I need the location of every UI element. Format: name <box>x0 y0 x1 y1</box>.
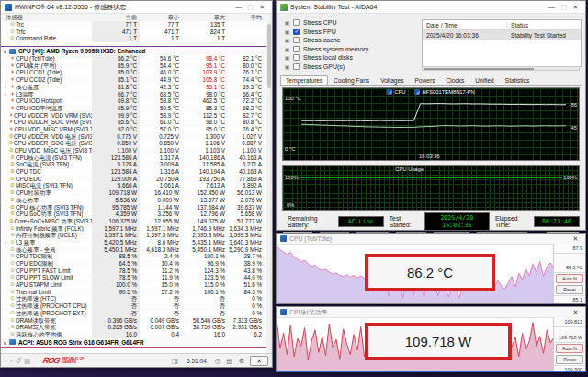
settings-gear-icon[interactable]: ⚙ <box>238 357 244 365</box>
sensor-row[interactable]: ⊙DRAM读取带宽0.396 GB/s0.049 GB/s58.546 GB/s… <box>1 317 266 325</box>
sensor-row[interactable]: ΦCPU EDC129.000 A20.750 A193.750 A77.869… <box>1 176 266 183</box>
sensor-section-header[interactable]: ∨CPU [#0]: AMD Ryzen 9 9955HX3D: Enhance… <box>1 46 266 55</box>
sensor-row[interactable]: ǂCPU VDDCR_SOC VRM (SVI3 TFN)85.6 °C61.0… <box>1 119 266 126</box>
sensor-row[interactable]: ǂCPU VDDCR_VDD VRM (SVI3 TFN)99.9 °C58.9… <box>1 112 266 120</box>
sensor-row[interactable]: ΦCPU核心电流 (SVI3 TFN)123.586 A1.317 A140.1… <box>1 154 266 162</box>
stress-option[interactable]: ▣Stress local disks <box>283 53 416 63</box>
sensor-row[interactable]: ⊙CPU PPT FAST Limit78.5 %11.2 %124.3 %43… <box>1 268 266 275</box>
log-horizontal-scrollbar[interactable] <box>422 66 580 71</box>
sensor-row[interactable]: ΦCPU VDDCR_VDD 电压 (SVI3 TFN)0.775 V0.725… <box>1 133 266 141</box>
close-icon[interactable]: ✕ <box>570 309 582 316</box>
tab-statistics[interactable]: Statistics <box>500 75 535 85</box>
close-icon[interactable]: ✕ <box>570 4 582 11</box>
sensor-row[interactable]: ›⊙L3 频率5,420.5 MHz8.6 MHz5,435.1 MHz3,64… <box>1 239 266 246</box>
scrollbar-thumb[interactable] <box>424 68 534 70</box>
sensor-row[interactable]: ΦCPU SoC功率 (SVI3 TFN)4.359 W3.256 W12.79… <box>1 211 266 218</box>
checkbox[interactable] <box>293 19 300 26</box>
sensor-row[interactable]: ΦMISC电流 (SVI3 TFN)5.666 A1.061 A7.613 A5… <box>1 182 266 189</box>
stress-option[interactable]: ▣Stress FPU <box>283 28 416 37</box>
sensor-row[interactable]: ǂCPU裸片 (平均)85.9 °C54.4 °C95.1 °C80.0 °C <box>1 63 266 70</box>
close-icon[interactable]: ✕ <box>570 235 582 243</box>
sensor-row[interactable]: ›Φ核心功率5.536 W0.009 W13.877 W2.076 W <box>1 197 266 204</box>
vertical-scrollbar[interactable] <box>266 21 272 353</box>
value-avg: 28.7 % <box>228 253 265 260</box>
scrollbar-thumb[interactable] <box>267 24 271 88</box>
tab-unified[interactable]: Unified <box>469 75 500 85</box>
sensor-row[interactable]: ǂCPU IOD平均温度65.9 °C50.5 °C85.3 °C68.2 °C <box>1 105 266 112</box>
tab-voltages[interactable]: Voltages <box>375 75 409 85</box>
legend-checkbox-cpu[interactable] <box>387 89 392 95</box>
line-value-cpu: 86 <box>571 102 577 108</box>
sensor-row[interactable]: ⊙核心频率 - 全局5,450.1 MHz4,618.3 MHz5,450.1 … <box>1 246 266 254</box>
sensor-row[interactable]: ⊙CPU PPT SLOW Limit78.5 %11.9 %123.5 %44… <box>1 274 266 281</box>
sensor-row[interactable]: ΦCPU 核心功率 (SVI3 TFN)95.785 W1.144 W137.6… <box>1 204 266 211</box>
stress-option[interactable]: ▣Stress system memory <box>283 45 416 54</box>
sensor-row[interactable]: ǂCPU VDD_MISC VRM (SVI3 TFN)92.0 °C57.0 … <box>1 126 266 133</box>
sensor-row[interactable]: ǂCPU CCD1 (Tdie)85.0 °C46.0 °C103.9 °C76… <box>1 69 266 76</box>
tab-temperatures[interactable]: Temperatures <box>280 75 328 85</box>
sensor-row[interactable]: ›ǂL3温度66.7 °C63.5 °C98.0 °C66.4 °C <box>1 91 266 98</box>
clock-icon: ⊙ <box>9 246 16 254</box>
sensor-row[interactable]: ⊙过热降速 (PROCHOT CPU)否否否0 % <box>1 303 266 310</box>
tab-clocks[interactable]: Clocks <box>440 75 469 85</box>
sensor-row[interactable]: ⊙Infinity Fabric 频率 (FCLK)1,597.1 MHz1,5… <box>1 225 266 233</box>
collapse-icon[interactable]: ∨ <box>3 339 9 346</box>
checkbox[interactable] <box>293 46 300 52</box>
refresh-icon[interactable]: ↺ <box>15 357 21 365</box>
minimize-icon[interactable]: — <box>232 4 244 10</box>
sensor-row[interactable]: ǂCPU CCD2 (Tdie)85.1 °C44.9 °C105.8 °C74… <box>1 76 266 84</box>
sensor-row[interactable]: ›ǂ核心温度81.8 °C42.3 °C95.1 °C69.5 °C <box>1 84 266 91</box>
sensor-row[interactable]: ⊙过热降速 (HTC)否否否0 % <box>1 295 266 303</box>
sensor-row[interactable]: ⊙过热降速 (PROCHOT EXT)否否否0 % <box>1 310 266 317</box>
sensor-row[interactable]: ǂCPU (Tctl/Tdie)86.2 °C54.6 °C98.4 °C82.… <box>1 55 266 63</box>
sensor-row[interactable]: ⊙Command Rate1 T1 T1 T <box>1 35 266 42</box>
sensor-row[interactable]: ⊙活跃核心的平均值16.00.416.06.2 <box>1 331 266 338</box>
sensor-row[interactable]: ΦSoC电流 (SVI3 TFN)5.128 A3.009 A11.585 A6… <box>1 161 266 168</box>
tab-powers[interactable]: Powers <box>409 75 440 85</box>
stress-option[interactable]: ▣Stress cache <box>283 36 416 45</box>
collapse-icon[interactable]: ∨ <box>3 48 9 54</box>
value-min: 20.750 A <box>140 176 182 183</box>
stress-option[interactable]: ▣Stress GPU(s) <box>283 63 416 72</box>
autofit-button[interactable]: Auto fit <box>556 344 583 353</box>
nav-back-icon[interactable]: ‹ <box>5 357 7 365</box>
sensor-row[interactable]: ΦCPU封装功率109.718 W16.410 W152.450 W56.013… <box>1 189 266 197</box>
layout-icon[interactable]: ◨ <box>172 357 179 365</box>
tab-cooling-fans[interactable]: Cooling Fans <box>328 75 375 85</box>
grid-icon[interactable]: ▦ <box>24 357 31 365</box>
minimize-icon[interactable]: — <box>546 4 558 10</box>
legend-checkbox-ssd[interactable] <box>414 89 420 95</box>
clock-icon[interactable]: ◷ <box>215 357 221 365</box>
close-icon[interactable]: ✕ <box>256 4 268 11</box>
maximize-icon[interactable]: ▢ <box>244 4 256 11</box>
sensor-row[interactable]: ⊙Trfc471 T471 T824 T <box>1 29 266 36</box>
reset-button[interactable]: Reset <box>556 285 583 294</box>
sensor-row[interactable]: ⊙CPU EDC限制64.5 %10.4 %96.9 %38.9 % <box>1 260 266 268</box>
maximize-icon[interactable]: ▢ <box>558 4 570 11</box>
stress-option[interactable]: ▣Stress CPU <box>283 18 416 28</box>
checkbox[interactable] <box>293 54 300 61</box>
checkbox[interactable] <box>293 63 300 70</box>
sensor-row[interactable]: ΦCPU TDC123.584 A1.316 A140.194 A40.163 … <box>1 168 266 176</box>
sensor-row[interactable]: ΦCPU VDD_MISC 电压 (SVI3 TFN)1.100 V1.100 … <box>1 147 266 154</box>
checkbox[interactable] <box>293 37 300 43</box>
sensor-row[interactable]: ⊙内存控制器频率 (UCLK)1,597.1 MHz1,397.5 MHz2,5… <box>1 232 266 239</box>
report-icon[interactable]: ▤ <box>226 357 232 365</box>
sensor-section-header[interactable]: ∨ACPI: ASUS ROG Strix G16 G614FR_G614FR <box>1 338 266 348</box>
autofit-button[interactable]: Auto fit <box>556 274 583 283</box>
sensor-row[interactable]: ⊙CPU TDC限制88.5 %2.4 %100.1 %28.7 % <box>1 253 266 260</box>
sensor-row[interactable]: ⊙DRAM写入带宽0.269 GB/s0.007 GB/s38.759 GB/s… <box>1 324 266 331</box>
footer-close-button[interactable]: ✕ <box>250 356 268 366</box>
log-row[interactable]: 2025/4/20 16:03:36 Stability Test Starte… <box>423 30 581 40</box>
sensor-row[interactable]: ⊙Trc77 T77 T135 T <box>1 21 266 29</box>
log-col-status[interactable]: Status <box>507 22 581 29</box>
nav-forward-icon[interactable]: › <box>10 357 13 365</box>
sensor-row[interactable]: ⊙APU STAPM Limit100.0 %15.0 %115.0 %51.6… <box>1 281 266 289</box>
log-col-datetime[interactable]: Date / Time <box>423 22 507 29</box>
sensor-row[interactable]: ΦCPU VDDCR_SOC 电压 (SVI3 TFN)0.850 V0.850… <box>1 140 266 147</box>
checkbox[interactable] <box>293 29 300 35</box>
sensor-row[interactable]: ΦCore+SoC+MISC 功率 (SVI3 TFN)106.375 W12.… <box>1 218 266 225</box>
sensor-row[interactable]: ⊙Thermal Limit90.5 %57.2 %100.1 %84.3 % <box>1 289 266 296</box>
reset-button[interactable]: Reset <box>556 355 583 364</box>
sensor-row[interactable]: ǂCPU IOD Hotspot69.8 °C53.8 °C462.5 °C72… <box>1 97 266 105</box>
